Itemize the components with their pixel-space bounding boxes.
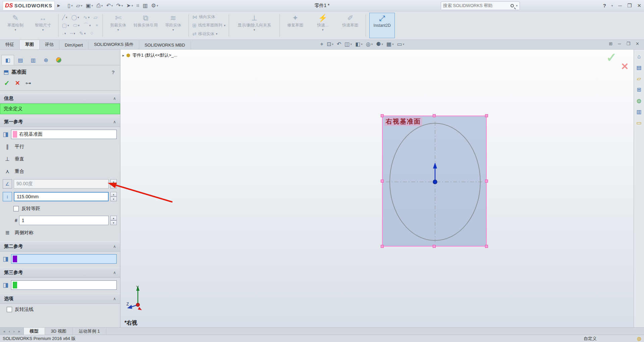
plane-handle[interactable]: [485, 180, 488, 183]
search-input[interactable]: [443, 3, 508, 8]
plane-count-spinner[interactable]: ▲▼: [110, 216, 117, 225]
third-reference-section-header[interactable]: 第三参考 ∧: [0, 268, 120, 278]
view-palette-icon[interactable]: ◍: [637, 97, 641, 104]
sketch-button[interactable]: ✎ 草图绘制 ▾: [3, 13, 28, 38]
arc-tool-button[interactable]: ⌒▾: [84, 22, 91, 28]
home-icon[interactable]: ⌂: [637, 54, 641, 60]
appearance-tab[interactable]: [52, 55, 65, 65]
last-tab-icon[interactable]: »: [16, 329, 21, 333]
parallel-option[interactable]: ∥ 平行: [0, 140, 120, 153]
search-dropdown-icon[interactable]: ▾: [516, 4, 518, 7]
dimxpert-manager-tab[interactable]: ▥: [27, 55, 40, 65]
custom-properties-icon[interactable]: ▭: [636, 120, 641, 126]
mirror-entities-button[interactable]: ⋈ 镜向实体: [192, 14, 225, 20]
display-delete-relations-button[interactable]: ⟂ 显示/删除几何关系 ▾: [232, 13, 276, 38]
minimize-button[interactable]: ─: [618, 3, 622, 8]
instant2d-button[interactable]: ⤢ Instant2D: [369, 13, 395, 38]
confirmation-ok-icon[interactable]: ✓: [606, 50, 617, 65]
plane-count-input[interactable]: [19, 216, 109, 225]
plane-handle[interactable]: [485, 114, 488, 117]
circle-tool-button[interactable]: ◯▾: [71, 14, 79, 20]
prev-tab-icon[interactable]: ‹: [7, 329, 11, 333]
first-reference-section-header[interactable]: 第一参考 ∧: [0, 117, 120, 127]
property-manager-tab[interactable]: ◧: [1, 55, 14, 65]
centerline-tool-button[interactable]: ╌▾: [70, 30, 75, 37]
tab-motion-study[interactable]: 运动算例 1: [73, 328, 106, 335]
first-tab-icon[interactable]: «: [2, 329, 7, 333]
feature-tree-flyout[interactable]: ▸ ⬢ 零件1 (默认<<默认>_...: [122, 52, 177, 58]
new-document-button[interactable]: ▯ ▾: [67, 2, 72, 9]
select-button[interactable]: ➤ ▾: [126, 2, 133, 9]
graphics-viewport[interactable]: ▸ ⬢ 零件1 (默认<<默认>_... ✓ ✕ 右视基准面 Y Z: [120, 50, 634, 327]
custom-status-label[interactable]: 自定义: [584, 336, 597, 342]
plane-handle[interactable]: [381, 245, 384, 248]
appearances-icon[interactable]: ▥: [636, 109, 641, 115]
previous-view-icon[interactable]: ↶: [337, 41, 341, 47]
tab-dimxpert[interactable]: DimXpert: [59, 41, 89, 49]
sketch-text-button[interactable]: ✎▾: [79, 30, 86, 37]
help-dropdown-icon[interactable]: ▾: [611, 4, 613, 7]
quick-snaps-button[interactable]: ⚡ 快速... ▾: [311, 13, 335, 38]
undo-button[interactable]: ↶ ▾: [106, 2, 113, 9]
tab-model[interactable]: 模型: [24, 328, 45, 335]
smart-dimension-button[interactable]: ↔ 智能尺寸 ▾: [31, 13, 55, 38]
tab-evaluate[interactable]: 评估: [40, 40, 59, 49]
mid-plane-option[interactable]: ≣ 两侧对称: [0, 226, 120, 239]
display-manager-tab[interactable]: ⊕: [40, 55, 52, 65]
angle-button[interactable]: ∠: [3, 179, 12, 189]
collapse-icon[interactable]: ∧: [113, 120, 116, 124]
doc-minimize-button[interactable]: ─: [618, 41, 621, 46]
point-tool-button[interactable]: ·▾: [62, 31, 66, 37]
text-tool-button[interactable]: ⚬: [95, 22, 99, 28]
doc-restore-button[interactable]: ❐: [626, 41, 630, 46]
tab-features[interactable]: 特征: [0, 40, 20, 49]
view-orientation-icon[interactable]: ◧▾: [355, 41, 363, 47]
hide-show-items-icon[interactable]: ⚈▾: [376, 41, 383, 47]
convert-entities-button[interactable]: ⧉ 转换实体引用: [133, 13, 158, 38]
zoom-area-icon[interactable]: ⊡▾: [327, 41, 333, 47]
help-search-box[interactable]: ▾: [441, 1, 520, 10]
offset-distance-input[interactable]: [14, 192, 109, 201]
view-settings-icon[interactable]: ▭▾: [397, 41, 405, 47]
tab-addins[interactable]: SOLIDWORKS 插件: [89, 40, 139, 49]
pin-button[interactable]: ⊶: [25, 80, 31, 87]
plane-handle[interactable]: [381, 114, 384, 117]
preview-reference-plane[interactable]: 右视基准面: [382, 116, 487, 247]
coincident-option[interactable]: ⋏ 重合: [0, 165, 120, 178]
help-button[interactable]: ?: [603, 3, 606, 8]
first-reference-selection-box[interactable]: 右视基准面: [11, 130, 117, 139]
display-style-icon[interactable]: ◎▾: [366, 41, 373, 47]
ok-button[interactable]: ✓: [4, 79, 10, 87]
cancel-button[interactable]: ✕: [15, 79, 20, 87]
configuration-manager-tab[interactable]: ▤: [14, 55, 27, 65]
plane-handle[interactable]: [381, 180, 384, 183]
move-entities-button[interactable]: ⇄ 移动实体 ▾: [192, 31, 225, 37]
plane-handle[interactable]: [433, 245, 436, 248]
rebuild-button[interactable]: ⌗: [136, 3, 139, 9]
close-button[interactable]: ✕: [637, 3, 641, 9]
flip-normal-checkbox[interactable]: [7, 307, 12, 312]
tree-part-name[interactable]: 零件1 (默认<<默认>_...: [132, 52, 177, 58]
offset-entities-button[interactable]: ≋ 等距实体 ▾: [161, 13, 185, 38]
ellipse-tool-button[interactable]: ⬭▾: [73, 22, 79, 28]
spline-tool-button[interactable]: ∿▾: [83, 14, 90, 20]
repair-sketch-button[interactable]: ✦ 修复草图: [283, 13, 307, 38]
tab-3d-views[interactable]: 3D 视图: [45, 328, 73, 335]
trim-entities-button[interactable]: ✄ 剪裁实体 ▾: [106, 13, 130, 38]
distance-spinner[interactable]: ▲▼: [110, 192, 117, 201]
confirmation-cancel-icon[interactable]: ✕: [621, 61, 629, 72]
line-tool-button[interactable]: ╱▾: [62, 14, 67, 20]
second-reference-selection-box[interactable]: [11, 254, 117, 264]
collapse-icon[interactable]: ∧: [113, 270, 116, 275]
rapid-sketch-button[interactable]: ✐ 快速草图: [338, 13, 362, 38]
menu-flyout-arrow[interactable]: ▶: [57, 3, 60, 8]
tab-mbd[interactable]: SOLIDWORKS MBD: [139, 41, 191, 49]
plane-tool-button[interactable]: ▱: [94, 14, 98, 20]
message-section-header[interactable]: 信息 ∧: [0, 93, 120, 104]
flip-offset-checkbox[interactable]: [13, 206, 19, 211]
save-button[interactable]: ▣ ▾: [86, 2, 93, 9]
design-library-icon[interactable]: ▱: [637, 75, 641, 82]
options-section-header[interactable]: 选项 ∧: [0, 294, 120, 304]
perpendicular-option[interactable]: ⊥ 垂直: [0, 153, 120, 165]
resources-icon[interactable]: ▤: [636, 64, 641, 71]
